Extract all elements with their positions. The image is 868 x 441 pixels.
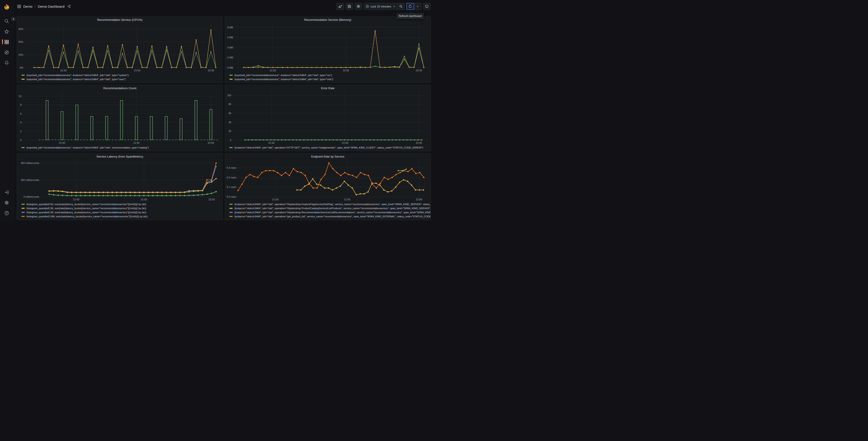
legend-item[interactable]: histogram_quantile(0.50, sum(rate(latenc… xyxy=(22,202,223,206)
dashboard-content: Recommendation Service (CPU%) 21:5021:55… xyxy=(13,13,434,220)
sidebar-nav xyxy=(0,16,13,68)
sidebar-item-explore[interactable] xyxy=(0,47,13,58)
panel-legend: histogram_quantile(0.50, sum(rate(latenc… xyxy=(17,202,223,218)
legend-item[interactable]: {exported_job="recommendationservice", i… xyxy=(22,77,223,81)
svg-text:22:00: 22:00 xyxy=(208,142,214,144)
panel-title[interactable]: Recommendations Count xyxy=(17,85,223,90)
legend-item[interactable]: {instance="otelcol:9464", job="otel", op… xyxy=(229,146,431,150)
svg-text:0 milliseconds: 0 milliseconds xyxy=(24,195,39,198)
cpu-chart[interactable]: 21:5021:5522:000%10%20%30% xyxy=(17,22,223,73)
memory-chart[interactable]: 21:5021:5522:000 MB2 MB4 MB6 MB8 MB xyxy=(225,22,431,73)
refresh-icon xyxy=(408,4,412,8)
save-dashboard-button[interactable] xyxy=(346,3,353,10)
legend-item[interactable]: {exported_job="recommendationservice", i… xyxy=(229,73,431,77)
help-icon xyxy=(4,211,9,215)
sidebar-bottom-nav xyxy=(0,187,13,218)
legend-item[interactable]: {instance="otelcol:9464", job="otel", op… xyxy=(229,206,431,210)
sidebar-item-dashboards[interactable] xyxy=(0,37,13,47)
tv-mode-button[interactable] xyxy=(423,3,430,10)
panel-recommendations-count: Recommendations Count 21:5021:5522:00024… xyxy=(17,85,223,151)
error-rate-chart[interactable]: 21:5021:5522:00020406080100 xyxy=(225,90,431,145)
svg-text:21:55: 21:55 xyxy=(133,142,140,144)
svg-text:21:55: 21:55 xyxy=(134,69,141,72)
legend-swatch xyxy=(229,216,232,217)
panel-error-rate: Error Rate 21:5021:5522:00020406080100 {… xyxy=(225,85,431,151)
zoom-out-time-button[interactable] xyxy=(397,3,405,10)
panel-legend: {exported_job="recommendationservice", i… xyxy=(17,145,223,150)
time-range-picker[interactable]: Last 15 minutes xyxy=(364,3,397,10)
panel-title[interactable]: Endpoint Rate by Service xyxy=(225,153,431,159)
svg-text:22:00: 22:00 xyxy=(416,69,422,72)
bell-icon xyxy=(4,60,9,65)
add-panel-button[interactable] xyxy=(337,3,344,10)
legend-swatch xyxy=(22,208,25,209)
legend-swatch xyxy=(229,204,232,205)
search-icon xyxy=(4,19,9,24)
legend-item[interactable]: {instance="otelcol:9464", job="otel", op… xyxy=(229,210,431,214)
legend-item[interactable]: histogram_quantile(0.99, sum(rate(latenc… xyxy=(22,210,223,214)
svg-text:40: 40 xyxy=(228,121,231,124)
svg-text:100: 100 xyxy=(227,94,231,97)
legend-label: {instance="otelcol:9464", job="otel", op… xyxy=(235,207,431,210)
panel-title[interactable]: Service Latency (from SpanMetrics) xyxy=(17,153,223,159)
refresh-dashboard-button[interactable] xyxy=(406,3,414,10)
panel-title[interactable]: Error Rate xyxy=(225,85,431,90)
svg-text:20: 20 xyxy=(228,130,231,133)
add-panel-icon xyxy=(338,4,342,8)
svg-text:400 milliseconds: 400 milliseconds xyxy=(21,161,39,164)
gear-icon xyxy=(4,200,9,205)
legend-label: {exported_job="recommendationservice", i… xyxy=(235,78,431,81)
svg-text:21:55: 21:55 xyxy=(344,198,350,201)
share-dashboard-button[interactable] xyxy=(67,4,71,8)
panel-recommendation-cpu: Recommendation Service (CPU%) 21:5021:55… xyxy=(17,16,223,83)
legend-item[interactable]: {exported_job="recommendationservice", i… xyxy=(229,77,431,81)
tooltip-refresh-dashboard: Refresh dashboard xyxy=(397,13,424,19)
legend-item[interactable]: {instance="otelcol:9464", job="otel", op… xyxy=(229,202,431,206)
panel-endpoint-rate: Endpoint Rate by Service 21:5021:5522:00… xyxy=(225,153,431,220)
service-latency-chart[interactable]: 21:5021:5522:000 milliseconds200 millise… xyxy=(17,159,223,202)
sidebar-item-help[interactable] xyxy=(0,208,13,218)
svg-text:60: 60 xyxy=(228,112,231,115)
endpoint-rate-chart[interactable]: 21:5021:5522:000.0 req/s0.1 req/s0.2 req… xyxy=(225,159,431,202)
legend-item[interactable]: histogram_quantile(0.999, sum(rate(laten… xyxy=(22,214,223,218)
dashboards-grid-icon xyxy=(4,40,9,45)
legend-item[interactable]: {exported_job="recommendationservice", i… xyxy=(22,146,223,150)
svg-text:22:00: 22:00 xyxy=(416,198,422,201)
legend-label: {instance="otelcol:9464", job="otel", op… xyxy=(235,211,431,214)
legend-label: {instance="otelcol:9464", job="otel", op… xyxy=(235,146,431,149)
svg-text:30%: 30% xyxy=(18,28,23,30)
legend-item[interactable]: histogram_quantile(0.95, sum(rate(latenc… xyxy=(22,206,223,210)
legend-swatch xyxy=(229,79,232,80)
svg-text:6 MB: 6 MB xyxy=(227,36,233,39)
legend-swatch xyxy=(229,147,232,148)
svg-text:22:00: 22:00 xyxy=(416,142,422,144)
compass-icon xyxy=(4,50,9,55)
svg-text:10: 10 xyxy=(19,95,22,97)
breadcrumb-folder[interactable]: Demo xyxy=(23,4,32,8)
recommendations-count-chart[interactable]: 21:5021:5522:000246810 xyxy=(17,90,223,145)
gear-icon xyxy=(356,4,360,8)
panel-title[interactable]: Recommendation Service (CPU%) xyxy=(17,17,223,22)
svg-text:22:00: 22:00 xyxy=(208,198,215,201)
dashboard-settings-button[interactable] xyxy=(355,3,362,10)
legend-swatch xyxy=(22,212,25,213)
svg-text:21:50: 21:50 xyxy=(59,142,65,144)
grafana-logo-icon[interactable] xyxy=(2,3,11,12)
legend-swatch xyxy=(22,79,25,80)
grafana-app: Demo / Demo Dashboard xyxy=(0,0,434,220)
sidebar-item-sign-in[interactable] xyxy=(0,187,13,198)
legend-item[interactable]: {instance="otelcol:9464", job="otel", op… xyxy=(229,214,431,218)
sidebar-expand-button[interactable] xyxy=(11,16,16,22)
sidebar-item-configuration[interactable] xyxy=(0,198,13,208)
legend-label: {instance="otelcol:9464", job="otel", op… xyxy=(235,215,431,218)
legend-item[interactable]: {exported_job="recommendationservice", i… xyxy=(22,73,223,77)
refresh-interval-dropdown[interactable] xyxy=(414,3,421,10)
breadcrumb-dashboard-title[interactable]: Demo Dashboard xyxy=(38,4,64,8)
sidebar-item-starred[interactable] xyxy=(0,26,13,37)
sidebar-item-alerting[interactable] xyxy=(0,58,13,68)
svg-text:8: 8 xyxy=(20,104,22,106)
time-range-label: Last 15 minutes xyxy=(370,5,391,8)
svg-text:0 MB: 0 MB xyxy=(227,66,233,69)
svg-text:0: 0 xyxy=(230,139,231,142)
svg-text:21:50: 21:50 xyxy=(270,69,276,72)
